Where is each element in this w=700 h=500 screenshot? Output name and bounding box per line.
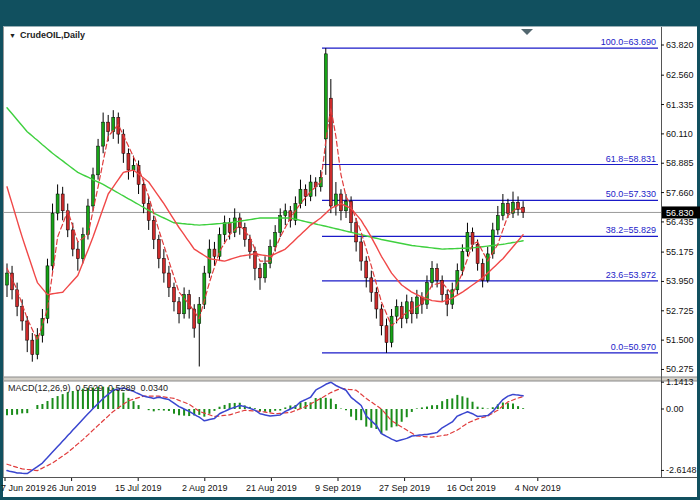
candle-bear [471,232,474,244]
candle-bear [188,295,191,309]
chart-canvas[interactable]: 100.0=63.69061.8=58.83150.0=57.33038.2=5… [0,0,700,500]
macd-axis-label: 0.00 [666,404,684,414]
candle-bear [152,220,155,239]
candle-bear [436,268,439,280]
candle-bull [299,189,302,203]
candle-bull [390,316,393,342]
candle-bull [102,122,105,146]
candle-bear [375,292,378,309]
candle-bear [31,340,34,354]
macd-value-signal: 0.5289 [108,383,136,393]
candle-bear [506,204,509,214]
price-axis-label: 63.820 [666,40,694,50]
candle-bear [410,302,413,314]
candle-bull [264,263,267,277]
candle-bear [365,261,368,278]
candle-bear [26,321,29,340]
candle-bull [324,54,327,139]
macd-value-main: 0.5629 [76,383,104,393]
candle-bull [309,182,312,196]
price-axis-label: 62.560 [666,70,694,80]
candle-bear [178,302,181,314]
fib-label: 61.8=58.831 [606,154,656,164]
date-axis-label: 27 Sep 2019 [379,483,430,493]
fib-label: 38.2=55.829 [606,225,656,235]
candle-bear [441,280,444,294]
date-axis-label: 26 Jun 2019 [47,483,97,493]
candle-bear [385,326,388,343]
symbol-label: ▼ CrudeOIL,Daily [9,30,85,40]
macd-axis-label: -2.6148 [666,465,697,475]
candle-bull [284,211,287,216]
candle-bear [147,204,150,221]
candle-bull [51,213,54,266]
candle-bull [198,304,201,323]
candle-bull [112,117,115,131]
candle-bear [339,194,342,211]
macd-indicator-label: MACD(12,26,9) 0.5629 0.5289 0.0340 [8,383,168,393]
price-axis-label: 53.950 [666,276,694,286]
candle-bear [243,228,246,240]
candle-bull [456,271,459,290]
date-axis-label: 2 Aug 2019 [182,483,228,493]
candle-bear [400,307,403,319]
symbol-name: CrudeOIL,Daily [20,30,85,40]
symbol-dropdown-icon[interactable]: ▼ [9,32,16,39]
date-axis-label: 4 Nov 2019 [515,483,561,493]
candle-bear [380,309,383,326]
date-axis-label: 21 Aug 2019 [246,483,297,493]
candle-bear [127,153,130,170]
candle-bear [162,259,165,273]
price-axis-label: 50.275 [666,364,694,374]
candle-bear [259,268,262,278]
candle-bull [183,295,186,314]
panel-separator[interactable] [3,377,697,381]
candle-bear [370,278,373,292]
candle-bear [228,223,231,233]
candle-bear [248,240,251,252]
candle-bull [405,302,408,319]
macd-value-hist: 0.0340 [141,383,169,393]
candle-bear [213,249,216,256]
price-axis-label: 61.335 [666,100,694,110]
price-axis-label: 60.110 [666,129,693,139]
candle-bull [431,268,434,282]
candle-bear [107,122,110,132]
candle-bull [56,194,59,213]
candle-bull [461,252,464,271]
candle-bull [208,249,211,273]
price-axis-label: 55.175 [666,247,694,257]
current-price-text: 56.830 [666,208,694,218]
price-axis-label: 51.500 [666,335,694,345]
candle-bear [157,240,160,259]
candle-bull [334,194,337,206]
fib-label: 100.0=63.690 [601,37,656,47]
fib-label: 0.0=50.970 [611,342,656,352]
fib-label: 50.0=57.330 [606,189,656,199]
candle-bull [97,146,100,175]
date-axis-label: 9 Sep 2019 [315,483,361,493]
macd-axis-label: 1.1413 [666,377,694,387]
candle-bull [274,232,277,246]
candle-bear [167,273,170,287]
fib-label: 23.6=53.972 [606,270,656,280]
candle-bull [415,297,418,314]
application-window: Chart Analysis for Clients of GCM Asia 1… [0,0,700,500]
price-axis-label: 58.885 [666,158,694,168]
candle-bull [501,204,504,216]
candle-bear [142,184,145,203]
candle-bear [61,194,64,211]
date-axis-label: 7 Jun 2019 [1,483,46,493]
date-axis-label: 16 Oct 2019 [447,483,496,493]
candle-bull [496,216,499,230]
candle-bull [223,223,226,235]
price-axis-label: 57.660 [666,188,694,198]
candle-bear [71,230,74,249]
price-axis-label: 52.725 [666,306,694,316]
candle-bear [304,189,307,196]
candle-bear [172,287,175,301]
candle-bull [132,165,135,170]
candle-bull [6,273,9,285]
macd-name: MACD(12,26,9) [8,383,71,393]
candle-bear [76,249,79,259]
